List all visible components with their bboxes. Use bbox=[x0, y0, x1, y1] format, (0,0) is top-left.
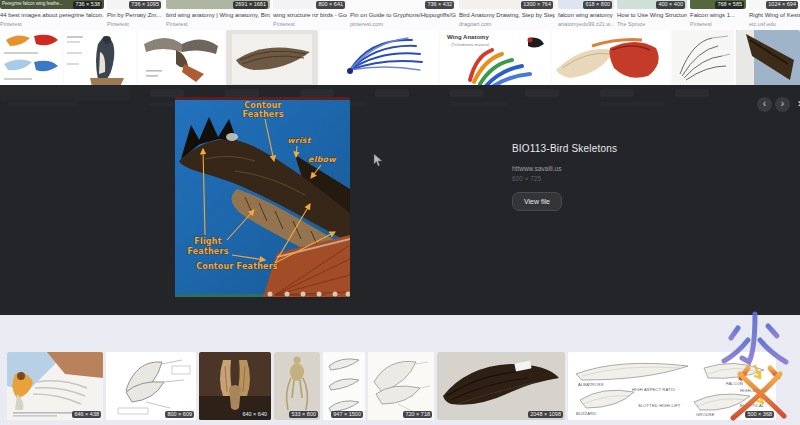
result-thumbnail[interactable] bbox=[552, 30, 670, 87]
wing-type-label: FALCON bbox=[726, 382, 743, 386]
result-title[interactable]: How to Use Wing Structure ... bbox=[617, 12, 687, 19]
result-thumbnail[interactable] bbox=[226, 30, 318, 87]
dimension-badge: 800 × 609 bbox=[165, 411, 194, 419]
close-button[interactable]: ✕ bbox=[794, 97, 800, 112]
result-thumbnail[interactable] bbox=[0, 30, 62, 87]
result-thumbnail[interactable]: 640 × 640 bbox=[199, 352, 271, 420]
muscle-wing-art bbox=[552, 30, 670, 87]
dimension-badge: 533 × 800 bbox=[289, 411, 318, 419]
dimmed-results-hint bbox=[0, 85, 800, 109]
result-thumbnail[interactable]: ALBATROSS HIGH ASPECT RATIO FALCON HIGH-… bbox=[568, 352, 776, 420]
dimension-badge: 1024 × 694 bbox=[766, 1, 798, 9]
dimension-badge: 1300 × 764 bbox=[521, 1, 553, 9]
result-thumb-cropped[interactable]: 1300 × 764 bbox=[459, 0, 555, 9]
blue-wing-diagram-art bbox=[320, 30, 438, 87]
result-thumb-cropped[interactable]: 618 × 800 bbox=[558, 0, 614, 9]
wing-sketches-art bbox=[323, 352, 365, 420]
result-source: Pinterest bbox=[690, 21, 746, 27]
search-results-top: Peregrine falcon wing feathe... 736 × 53… bbox=[0, 0, 800, 87]
wing-anatomy-subtitle: (Tichodroma muraria) bbox=[451, 42, 489, 47]
result-title[interactable]: Pin by Pernaty Zm... bbox=[107, 12, 163, 19]
wing-type-label: HIGH-SPEED bbox=[740, 389, 767, 393]
next-image-button[interactable]: › bbox=[775, 97, 790, 112]
wing-type-label: ELLIPTICAL bbox=[740, 404, 764, 408]
label-contour-bottom: Contour Feathers bbox=[196, 262, 278, 271]
result-thumbnail[interactable]: 947 × 1500 bbox=[323, 352, 365, 420]
dimension-badge: 947 × 1500 bbox=[331, 411, 363, 419]
hand-bird-photo-art bbox=[7, 352, 103, 420]
dimension-badge: 768 × 585 bbox=[715, 1, 744, 9]
result-thumbnail[interactable] bbox=[64, 30, 136, 87]
mouse-cursor bbox=[373, 153, 383, 167]
result-thumbnail[interactable]: 720 × 718 bbox=[368, 352, 434, 420]
search-results-bottom: 646 × 438 800 × 609 bbox=[0, 315, 800, 425]
falcon-art bbox=[64, 30, 136, 87]
dimension-badge: 2048 × 1098 bbox=[528, 411, 563, 419]
result-thumb-cropped[interactable]: 768 × 585 bbox=[690, 0, 746, 9]
dimension-badge: 736 × 432 bbox=[425, 1, 454, 9]
result-thumbnail[interactable]: 533 × 800 bbox=[274, 352, 320, 420]
preview-image[interactable]: Contour Feathers wrist elbow Flight Feat… bbox=[175, 97, 350, 297]
thumb-overlay-text: Peregrine falcon wing feathe... bbox=[2, 1, 63, 6]
result-thumbnail[interactable]: 2048 × 1098 bbox=[437, 352, 565, 420]
wing-type-label: BUZZARD bbox=[576, 412, 596, 416]
result-source: The Spruce bbox=[617, 21, 687, 27]
result-thumbnail[interactable] bbox=[138, 30, 224, 87]
search-results-row2: Wing Anatomy (Tichodroma muraria) bbox=[0, 30, 800, 87]
result-thumb-cropped[interactable]: 736 × 432 bbox=[350, 0, 456, 9]
image-preview-panel: Contour Feathers wrist elbow Flight Feat… bbox=[0, 85, 800, 315]
preview-source-url: httwww.savalli.us bbox=[512, 165, 752, 172]
result-title[interactable]: Pin on Guide to Gryphons/Hippogriffs/Gri… bbox=[350, 12, 456, 19]
label-elbow: elbow bbox=[308, 155, 337, 164]
result-thumbnail[interactable]: 646 × 438 bbox=[7, 352, 103, 420]
result-title[interactable]: 44 best images about peregrine falcon... bbox=[0, 12, 104, 19]
bird-wings-up-photo-art bbox=[199, 352, 271, 420]
result-title[interactable]: wing structure nz birds - Google Se... bbox=[273, 12, 347, 19]
result-source: Pinterest bbox=[107, 21, 163, 27]
result-thumb-cropped[interactable]: 2691 × 1681 bbox=[166, 0, 270, 9]
result-thumb-cropped[interactable]: 1024 × 694 bbox=[749, 0, 800, 9]
label-flight-2: Feathers bbox=[187, 247, 228, 256]
skeletal-wing-art bbox=[672, 30, 734, 87]
result-source: anatomyedu99.z21.w... bbox=[558, 21, 614, 27]
result-source: Pinterest bbox=[273, 21, 347, 27]
result-source: etc.usf.edu bbox=[749, 21, 800, 27]
label-flight-1: Flight bbox=[194, 237, 221, 246]
result-source: pinterest.com bbox=[350, 21, 456, 27]
result-thumbnail[interactable]: 800 × 609 bbox=[106, 352, 196, 420]
dimension-badge: 640 × 640 bbox=[240, 411, 269, 419]
dimension-badge: 800 × 641 bbox=[316, 1, 345, 9]
dimension-badge: 736 × 1095 bbox=[129, 1, 161, 9]
flying-hawk-art bbox=[138, 30, 224, 87]
result-thumb-cropped[interactable]: Peregrine falcon wing feathe... 736 × 53… bbox=[0, 0, 104, 9]
result-thumbnail[interactable] bbox=[736, 30, 800, 87]
result-thumb-cropped[interactable]: 736 × 1095 bbox=[107, 0, 163, 9]
preview-title[interactable]: BIO113-Bird Skeletons bbox=[512, 143, 752, 154]
hawk-wing-photo-art bbox=[736, 30, 796, 87]
result-title[interactable]: Bird Anatomy Drawing, Step by Step, Draw… bbox=[459, 12, 555, 19]
dimension-badge: 618 × 800 bbox=[583, 1, 612, 9]
wing-type-label: ALBATROSS bbox=[578, 383, 604, 387]
result-title[interactable]: Falcon wings 1... bbox=[690, 12, 746, 19]
dimension-badge: 736 × 538 bbox=[73, 1, 102, 9]
label-contour-top-2: Feathers bbox=[242, 110, 283, 119]
chevron-right-icon: › bbox=[781, 98, 784, 109]
wing-type-label: GROUSE bbox=[696, 413, 715, 417]
bird-skeleton-photo-art bbox=[274, 352, 320, 420]
view-file-button[interactable]: View file bbox=[512, 192, 562, 211]
result-title[interactable]: falcon wing anatomy bbox=[558, 12, 614, 19]
result-thumb-cropped[interactable]: 800 × 641 bbox=[273, 0, 347, 9]
result-title[interactable]: Right Wing of Kestrel | ClipArt ETC bbox=[749, 12, 800, 19]
result-title[interactable]: bird wing anatomy | Wing anatomy, Bird w… bbox=[166, 12, 270, 19]
result-thumbnail[interactable]: Wing Anatomy (Tichodroma muraria) bbox=[440, 30, 550, 87]
label-contour-top-1: Contour bbox=[244, 101, 281, 110]
result-thumbnail[interactable] bbox=[320, 30, 438, 87]
result-thumb-cropped[interactable]: 400 × 400 bbox=[617, 0, 687, 9]
previous-image-button[interactable]: ‹ bbox=[757, 97, 772, 112]
wing-specimen-art bbox=[226, 30, 318, 87]
result-thumbnail[interactable] bbox=[672, 30, 734, 87]
wing-anatomy-title: Wing Anatomy bbox=[447, 34, 489, 40]
wing-type-label: SLOTTED HIGH-LIFT bbox=[638, 404, 681, 408]
dark-wing-specimen-art bbox=[437, 352, 565, 420]
dimension-badge: 500 × 368 bbox=[745, 411, 774, 419]
